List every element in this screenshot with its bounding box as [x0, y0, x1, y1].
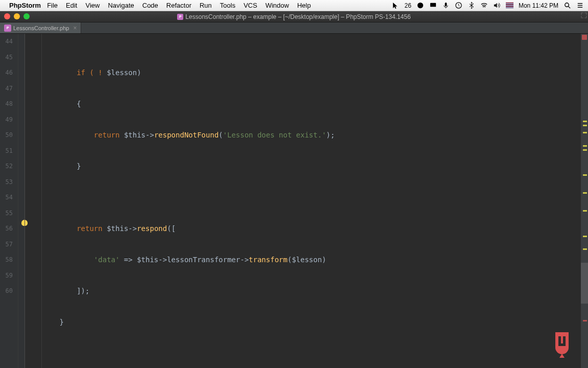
close-tab-icon[interactable]: × — [73, 25, 77, 32]
warning-marker[interactable] — [583, 145, 587, 147]
notification-center-icon[interactable] — [576, 2, 584, 9]
fan-icon[interactable] — [416, 2, 424, 9]
display-icon[interactable] — [429, 2, 437, 9]
svg-rect-1 — [430, 3, 436, 7]
bluetooth-icon[interactable] — [468, 2, 475, 9]
zoom-window-button[interactable] — [23, 13, 30, 19]
mic-icon[interactable] — [442, 2, 450, 9]
svg-rect-5 — [506, 3, 513, 3]
code-line: if ( ! $lesson) — [25, 65, 581, 81]
watermark-logo — [550, 330, 574, 359]
code-line — [25, 346, 581, 361]
cursor-icon[interactable] — [392, 2, 400, 9]
svg-rect-18 — [558, 343, 566, 346]
warning-marker[interactable] — [583, 236, 587, 237]
php-file-icon: P — [4, 25, 11, 32]
window-titlebar: P LessonsController.php – example – [~/D… — [0, 11, 588, 22]
warning-marker[interactable] — [583, 174, 587, 176]
flag-icon[interactable] — [506, 2, 513, 9]
volume-icon[interactable] — [493, 2, 501, 9]
spotlight-icon[interactable] — [564, 2, 571, 9]
code-content[interactable]: if ( ! $lesson) { return $this->respondN… — [24, 34, 581, 368]
menu-refactor[interactable]: Refactor — [166, 2, 191, 9]
editor-tabs: P LessonsController.php × — [0, 22, 588, 34]
app-name[interactable]: PhpStorm — [9, 2, 41, 9]
menu-run[interactable]: Run — [200, 2, 212, 9]
code-line: return $this->respond([ — [25, 221, 581, 237]
menu-file[interactable]: File — [47, 2, 58, 9]
menu-tools[interactable]: Tools — [220, 2, 235, 9]
menu-view[interactable]: View — [85, 2, 100, 9]
error-stripe[interactable] — [581, 34, 588, 368]
code-line: } — [25, 158, 581, 174]
window-controls — [4, 13, 30, 19]
menu-window[interactable]: Window — [265, 2, 289, 9]
clock[interactable]: Mon 11:42 PM — [519, 2, 558, 9]
svg-point-11 — [565, 3, 569, 7]
code-line: } — [25, 314, 581, 330]
window-title-text: LessonsController.php – example – [~/Des… — [185, 13, 410, 20]
warning-marker[interactable] — [583, 210, 587, 212]
fullscreen-icon[interactable] — [581, 12, 587, 18]
menu-vcs[interactable]: VCS — [243, 2, 257, 9]
menu-help[interactable]: Help — [297, 2, 311, 9]
fold-column — [18, 34, 24, 368]
svg-point-0 — [418, 3, 423, 8]
svg-rect-8 — [506, 6, 513, 6]
svg-rect-2 — [445, 3, 447, 7]
svg-rect-10 — [506, 7, 513, 8]
macos-menubar: PhpStorm File Edit View Navigate Code Re… — [0, 0, 588, 11]
code-line: ]); — [25, 283, 581, 299]
menu-navigate[interactable]: Navigate — [108, 2, 134, 9]
svg-line-12 — [568, 6, 570, 8]
warning-marker[interactable] — [583, 248, 587, 250]
warning-marker[interactable] — [583, 121, 587, 122]
menu-edit[interactable]: Edit — [66, 2, 77, 9]
menu-code[interactable]: Code — [142, 2, 158, 9]
error-marker[interactable] — [583, 320, 587, 321]
warning-marker[interactable] — [583, 192, 587, 194]
window-title: P LessonsController.php – example – [~/D… — [177, 13, 410, 20]
timemachine-icon[interactable] — [455, 2, 462, 9]
indent-guide — [41, 34, 42, 368]
tab-filename: LessonsController.php — [13, 25, 69, 31]
notification-count[interactable]: 26 — [405, 2, 411, 9]
warning-marker[interactable] — [583, 149, 587, 151]
code-editor[interactable]: 4445464748495051525354555657585960 if ( … — [0, 34, 588, 368]
wifi-icon[interactable] — [480, 2, 488, 9]
svg-rect-6 — [506, 4, 513, 4]
code-line: return $this->respondNotFound('Lesson do… — [25, 127, 581, 143]
svg-rect-9 — [506, 6, 513, 7]
warning-marker[interactable] — [583, 132, 587, 133]
scrollbar-thumb[interactable] — [581, 263, 588, 304]
minimize-window-button[interactable] — [14, 13, 20, 19]
close-window-button[interactable] — [4, 13, 10, 19]
code-line — [25, 190, 581, 205]
line-number-gutter: 4445464748495051525354555657585960 — [0, 34, 18, 368]
svg-rect-7 — [506, 5, 513, 5]
tab-lessons-controller[interactable]: P LessonsController.php × — [0, 22, 81, 33]
warning-marker[interactable] — [583, 125, 587, 126]
analysis-status-icon[interactable] — [582, 35, 587, 40]
menubar-status-area: 26 Mon 11:42 PM — [392, 2, 584, 9]
code-line: 'data' => $this->lessonTransformer->tran… — [25, 252, 581, 268]
php-file-icon: P — [177, 14, 183, 20]
code-line: { — [25, 96, 581, 112]
